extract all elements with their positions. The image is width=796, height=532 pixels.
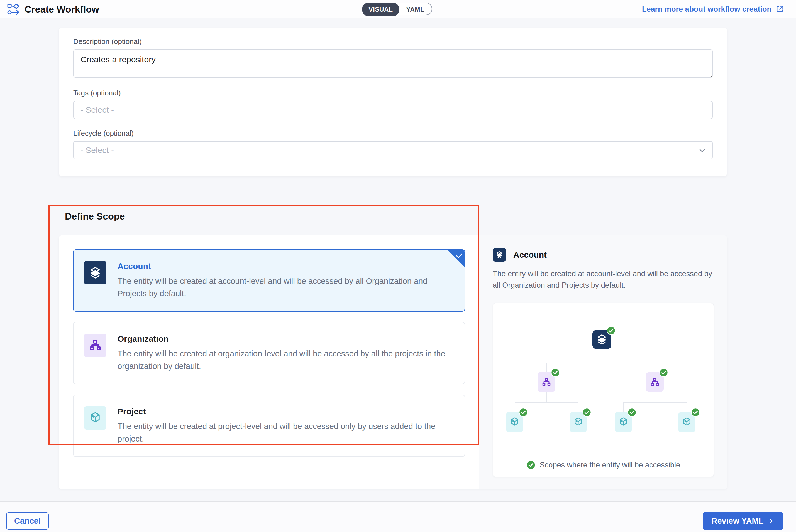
define-scope-heading: Define Scope bbox=[65, 211, 125, 222]
define-scope-section: Account The entity will be created at ac… bbox=[59, 235, 727, 489]
project-tile bbox=[84, 406, 106, 430]
tags-label: Tags (optional) bbox=[73, 89, 713, 97]
check-badge-icon bbox=[607, 326, 616, 335]
tree-connector bbox=[654, 392, 655, 402]
learn-more-label: Learn more about workflow creation bbox=[642, 5, 772, 14]
review-yaml-button[interactable]: Review YAML bbox=[703, 512, 783, 530]
scope-card-title: Project bbox=[117, 407, 452, 416]
scope-card-organization[interactable]: Organization The entity will be created … bbox=[73, 322, 465, 384]
visual-yaml-toggle[interactable]: VISUAL YAML bbox=[362, 2, 432, 15]
workflow-icon bbox=[7, 3, 20, 16]
project-cube-icon bbox=[682, 417, 692, 428]
tree-connector bbox=[515, 402, 515, 412]
learn-more-link[interactable]: Learn more about workflow creation bbox=[642, 0, 784, 18]
tree-connector bbox=[602, 349, 602, 363]
tree-connector bbox=[546, 363, 547, 372]
preview-account-tile bbox=[493, 248, 506, 262]
create-workflow-page: Create Workflow VISUAL YAML Learn more a… bbox=[0, 0, 796, 532]
organization-hierarchy-icon bbox=[650, 377, 660, 387]
tree-connector bbox=[546, 363, 655, 363]
tree-connector bbox=[623, 402, 624, 412]
tree-connector bbox=[515, 402, 578, 403]
cancel-button[interactable]: Cancel bbox=[6, 512, 49, 530]
lifecycle-select[interactable] bbox=[73, 141, 713, 159]
scope-card-description: The entity will be created at project-le… bbox=[117, 420, 452, 445]
scope-card-description: The entity will be created at organizati… bbox=[117, 347, 452, 373]
organization-hierarchy-icon bbox=[541, 377, 551, 387]
tree-connector bbox=[623, 402, 687, 403]
scope-preview-panel: Account The entity will be created at ac… bbox=[479, 235, 727, 489]
check-badge-icon bbox=[628, 408, 636, 417]
lifecycle-label: Lifecycle (optional) bbox=[73, 129, 713, 138]
scope-card-project[interactable]: Project The entity will be created at pr… bbox=[73, 395, 465, 457]
check-badge-icon bbox=[526, 460, 535, 469]
description-textarea[interactable]: Creates a repository bbox=[73, 49, 713, 78]
organization-hierarchy-icon bbox=[89, 339, 102, 352]
organization-tile bbox=[84, 334, 106, 357]
account-layers-icon bbox=[495, 251, 504, 259]
project-cube-icon bbox=[618, 417, 629, 428]
scope-tree-diagram: Scopes where the entity will be accessib… bbox=[493, 303, 714, 477]
project-cube-icon bbox=[89, 411, 102, 424]
toggle-yaml[interactable]: YAML bbox=[399, 3, 432, 16]
selected-corner-badge bbox=[447, 250, 465, 267]
page-footer: Cancel Review YAML bbox=[0, 501, 796, 532]
check-badge-icon bbox=[551, 368, 560, 377]
tree-legend: Scopes where the entity will be accessib… bbox=[493, 460, 713, 469]
tree-connector bbox=[654, 363, 655, 372]
page-title: Create Workflow bbox=[24, 0, 99, 18]
account-layers-icon bbox=[596, 334, 608, 345]
check-badge-icon bbox=[582, 408, 591, 417]
account-layers-icon bbox=[89, 266, 102, 279]
preview-description: The entity will be created at account-le… bbox=[493, 268, 714, 291]
description-label: Description (optional) bbox=[73, 37, 713, 46]
legend-text: Scopes where the entity will be accessib… bbox=[540, 461, 680, 469]
scope-card-account[interactable]: Account The entity will be created at ac… bbox=[73, 249, 465, 311]
tags-input[interactable] bbox=[73, 101, 713, 119]
account-tile bbox=[84, 261, 106, 284]
page-header: Create Workflow VISUAL YAML Learn more a… bbox=[0, 0, 796, 18]
tree-connector bbox=[578, 402, 578, 412]
check-icon bbox=[455, 251, 464, 260]
preview-title: Account bbox=[513, 250, 547, 260]
toggle-visual[interactable]: VISUAL bbox=[362, 2, 399, 16]
chevron-right-icon bbox=[767, 517, 775, 525]
scope-card-description: The entity will be created at account-le… bbox=[117, 275, 452, 300]
project-cube-icon bbox=[509, 417, 520, 428]
check-badge-icon bbox=[519, 408, 528, 417]
workflow-details-card: Description (optional) Creates a reposit… bbox=[59, 28, 727, 176]
check-badge-icon bbox=[691, 408, 700, 417]
review-yaml-label: Review YAML bbox=[711, 516, 764, 526]
check-badge-icon bbox=[659, 368, 668, 377]
scope-card-title: Organization bbox=[117, 334, 452, 344]
tree-connector bbox=[687, 402, 687, 412]
scope-options-panel: Account The entity will be created at ac… bbox=[59, 235, 479, 489]
tree-connector bbox=[546, 392, 547, 402]
external-link-icon bbox=[775, 5, 784, 14]
scope-card-title: Account bbox=[117, 262, 452, 271]
project-cube-icon bbox=[573, 417, 583, 428]
